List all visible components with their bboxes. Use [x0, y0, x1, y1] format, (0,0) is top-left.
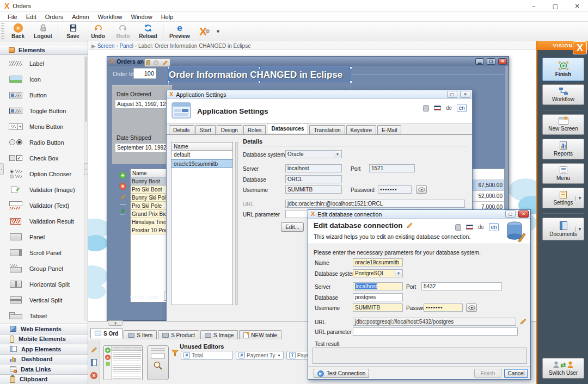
- menu-file[interactable]: File: [3, 14, 22, 20]
- database-field[interactable]: postgres: [353, 293, 403, 301]
- preview-button[interactable]: e Preview: [166, 22, 194, 41]
- tab-s-product[interactable]: S Product: [158, 330, 199, 339]
- element-option-chooser[interactable]: Option Chooser: [0, 166, 84, 182]
- url-field[interactable]: jdbc:oracle:thin:@localhost:1521:ORCL: [285, 200, 465, 208]
- app-settings-close-button[interactable]: ✕: [460, 91, 470, 98]
- documents-dropdown-caret[interactable]: ▼: [575, 227, 582, 232]
- sidebar-item-web-elements[interactable]: Web Elements: [0, 324, 88, 334]
- edit-connection-maximize-button[interactable]: ▢: [505, 210, 516, 218]
- add-row-icon[interactable]: +: [119, 172, 126, 179]
- show-password-button[interactable]: [466, 304, 477, 312]
- sphere-icon[interactable]: [154, 60, 158, 65]
- element-menu-button[interactable]: ▼Menu Button: [0, 119, 84, 134]
- sidebar-collapse-right-handle[interactable]: ‹: [84, 163, 88, 175]
- delete-row-icon[interactable]: ×: [119, 183, 126, 190]
- sidebar-item-mobile-elements[interactable]: Mobile Elements: [0, 334, 88, 344]
- pencil-icon[interactable]: [162, 60, 168, 66]
- element-panel[interactable]: Panel: [0, 229, 84, 245]
- selection-handle[interactable]: [350, 66, 352, 69]
- lang-en-button[interactable]: en: [457, 104, 467, 112]
- element-scroll-panel[interactable]: Scroll Panel: [0, 245, 84, 261]
- undo-button[interactable]: Undo: [85, 22, 111, 41]
- close-button[interactable]: ✕: [566, 0, 588, 12]
- notebook-icon[interactable]: [90, 358, 98, 367]
- logout-button[interactable]: Logout: [30, 22, 56, 41]
- tab-keystore[interactable]: Keystore: [346, 125, 376, 134]
- export-icon[interactable]: [119, 208, 126, 215]
- finish-button[interactable]: Finish: [474, 369, 501, 378]
- element-validation-result[interactable]: Validation Result: [0, 213, 84, 229]
- edit-row-icon[interactable]: [120, 194, 126, 200]
- app-settings-titlebar[interactable]: X Application Settings ▢ ✕: [167, 90, 472, 99]
- url-parameter-field[interactable]: [353, 327, 518, 336]
- server-field[interactable]: localhost: [353, 282, 403, 290]
- back-button[interactable]: « Back: [5, 22, 30, 41]
- url-field[interactable]: jdbc:postgresql://localhost:5432/postgre…: [353, 318, 516, 326]
- visionx-logo[interactable]: X: [573, 41, 587, 54]
- order-id-field[interactable]: 100: [133, 68, 156, 79]
- flag-icon[interactable]: [466, 225, 473, 230]
- tab-start[interactable]: Start: [195, 125, 216, 134]
- port-field[interactable]: 5432: [421, 282, 502, 290]
- menu-window[interactable]: Window: [127, 14, 157, 20]
- table-thumbnail[interactable]: + ×: [103, 345, 143, 380]
- table-row[interactable]: Himalaya Tires: [131, 218, 169, 226]
- tab-design[interactable]: Design: [217, 125, 242, 134]
- selection-handle[interactable]: [258, 66, 261, 69]
- element-tabset[interactable]: Tabset: [0, 308, 84, 321]
- table-row[interactable]: Pro Ski Boot: [131, 185, 169, 194]
- breadcrumb-screen[interactable]: Screen: [97, 43, 115, 49]
- element-radio-button[interactable]: Radio Button: [0, 134, 84, 150]
- list-splitter[interactable]: [235, 142, 238, 305]
- redo-button[interactable]: Redo: [111, 22, 136, 41]
- element-toggle-button[interactable]: Toggle Button: [0, 103, 84, 119]
- element-horizontal-split[interactable]: Horizontal Split: [0, 276, 84, 292]
- element-button[interactable]: Button: [0, 87, 84, 103]
- element-icon[interactable]: Icon: [0, 71, 84, 87]
- menu-edit[interactable]: Edit: [22, 14, 41, 20]
- app-settings-maximize-button[interactable]: ▢: [447, 91, 457, 98]
- save-button[interactable]: Save: [60, 22, 85, 41]
- test-connection-button[interactable]: ▶ Test Connection: [314, 369, 369, 378]
- sidebar-collapse-left-handle[interactable]: ‹: [0, 163, 4, 175]
- date-ordered-field[interactable]: August 31, 1992, 12: [115, 100, 170, 109]
- datasource-list-header[interactable]: Name: [171, 143, 232, 151]
- heading-label[interactable]: Order Information CHANGED in Eclipse: [168, 67, 351, 82]
- menu-admin[interactable]: Admin: [68, 14, 93, 20]
- table-row[interactable]: Pro Ski Pole: [131, 202, 169, 210]
- workflow-button[interactable]: Workflow: [542, 84, 584, 105]
- finish-button-sidebar[interactable]: Finish: [542, 58, 584, 81]
- amount-cell[interactable]: [470, 169, 504, 180]
- edit-datasource-button[interactable]: Edit...: [281, 222, 304, 232]
- table-row[interactable]: Prostar 10 Pound: [131, 226, 169, 234]
- flag-icon[interactable]: [434, 106, 441, 110]
- touch-icon[interactable]: [455, 224, 461, 231]
- amount-cell[interactable]: 52,000.00: [470, 191, 504, 202]
- toolbar-dropdown-caret[interactable]: ▼: [216, 22, 220, 41]
- database-system-combo[interactable]: PostgreSQL▼: [353, 269, 403, 277]
- filter-funnel-icon[interactable]: [171, 350, 179, 356]
- elements-header[interactable]: Elements: [0, 46, 88, 55]
- tab-roles[interactable]: Roles: [243, 125, 266, 134]
- tab-s-ord[interactable]: S Ord: [90, 328, 122, 338]
- elements-scrollbar[interactable]: [84, 55, 88, 321]
- orders-maximize-button[interactable]: ▢: [487, 58, 495, 65]
- tab-new-table[interactable]: NEW table: [239, 330, 281, 339]
- edit-connection-close-button[interactable]: ✕: [518, 210, 529, 218]
- minimize-button[interactable]: –: [523, 0, 544, 12]
- settings-button[interactable]: Settings ▼: [542, 188, 584, 208]
- menu-workflow[interactable]: Workflow: [94, 14, 127, 20]
- marker-icon[interactable]: [146, 60, 150, 65]
- toolbar-drag-handle[interactable]: [1, 23, 4, 39]
- password-field[interactable]: •••••••: [378, 185, 412, 194]
- password-field[interactable]: •••••••: [424, 304, 463, 312]
- reports-button[interactable]: Reports: [542, 139, 584, 159]
- cancel-button[interactable]: Cancel: [504, 369, 528, 378]
- tab-datasources[interactable]: Datasources: [267, 123, 308, 133]
- port-field[interactable]: 1521: [369, 164, 415, 172]
- server-field[interactable]: localhost: [285, 164, 342, 172]
- tab-translation[interactable]: Translation: [309, 125, 345, 134]
- amount-cell-selected[interactable]: 67,500.00: [470, 180, 504, 191]
- sidebar-item-clipboard[interactable]: Clipboard: [0, 374, 88, 384]
- editor-chip-total[interactable]: # Total: [181, 351, 233, 360]
